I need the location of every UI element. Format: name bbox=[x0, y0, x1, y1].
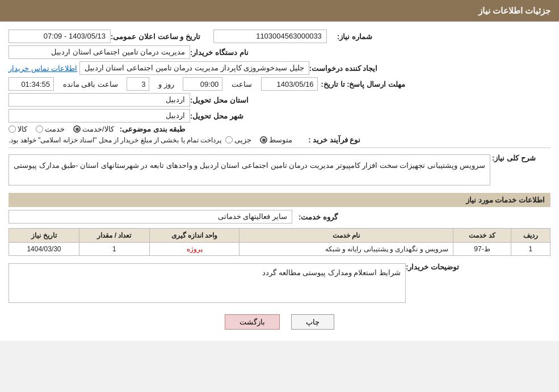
announce-date-label: تاریخ و ساعت اعلان عمومی: bbox=[111, 32, 200, 41]
category-kala-khedmat-item: کالا/خدمت bbox=[73, 125, 114, 133]
purchase-jozii-item: جزیی bbox=[225, 136, 251, 144]
remaining-label: ساعت باقی مانده bbox=[63, 80, 118, 88]
category-kala-khedmat-label: کالا/خدمت bbox=[82, 125, 114, 133]
col-unit: واحد اندازه گیری bbox=[149, 229, 239, 243]
service-group-label: گروه خدمت: bbox=[292, 213, 338, 221]
buttons-row: چاپ بازگشت bbox=[9, 314, 550, 330]
services-section-title: اطلاعات خدمات مورد نیاز bbox=[9, 193, 550, 207]
buyer-org-row: نام دستگاه خریدار: مدیریت درمان تامین اج… bbox=[9, 45, 550, 59]
need-number-row: شماره نیاز: 1103004563000033 تاریخ و ساع… bbox=[9, 29, 550, 43]
purchase-jozii-radio[interactable] bbox=[225, 136, 233, 144]
province-value: اردبیل bbox=[9, 93, 190, 107]
category-row: طبقه بندی موضوعی: کالا/خدمت خدمت کالا bbox=[9, 125, 550, 133]
purchase-type-label: نوع فرآیند خرید : bbox=[298, 136, 360, 144]
col-date: تاریخ نیاز bbox=[9, 229, 79, 243]
response-time-value: 09:00 bbox=[183, 77, 222, 91]
service-group-value: سایر فعالیتهای خدماتی bbox=[9, 210, 292, 224]
service-group-row: گروه خدمت: سایر فعالیتهای خدماتی bbox=[9, 210, 550, 224]
days-value: 3 bbox=[127, 77, 149, 91]
creator-row: ایجاد کننده درخواست: جلیل سیدخوشروزی کاپ… bbox=[9, 61, 550, 75]
col-code: کد خدمت bbox=[453, 229, 511, 243]
category-kala-label: کالا bbox=[18, 125, 27, 133]
response-deadline-label: مهلت ارسال پاسخ: تا تاریخ: bbox=[321, 80, 405, 88]
category-kala-item: کالا bbox=[9, 125, 27, 133]
description-row: شرح کلی نیاز: سرویس وپشتیبانی تجهیزات سخ… bbox=[9, 151, 550, 188]
response-deadline-row: مهلت ارسال پاسخ: تا تاریخ: 1403/05/16 سا… bbox=[9, 77, 550, 91]
col-row: ردیف bbox=[511, 229, 550, 243]
description-value: سرویس وپشتیبانی تجهیزات سخت افزار کامپیو… bbox=[9, 154, 490, 186]
needs-table: ردیف کد خدمت نام خدمت واحد اندازه گیری ت… bbox=[9, 228, 550, 256]
purchase-note: پرداخت تمام یا بخشی از مبلغ خریدار از مح… bbox=[9, 136, 221, 144]
category-kala-radio[interactable] bbox=[9, 125, 16, 133]
print-button[interactable]: چاپ bbox=[291, 314, 334, 330]
description-label: شرح کلی نیاز: bbox=[490, 154, 536, 162]
city-value: اردبیل bbox=[9, 109, 190, 123]
buyer-desc-label: توضیحات خریدار: bbox=[406, 263, 459, 271]
days-label: روز و bbox=[158, 80, 174, 88]
buyer-desc-container: شرایط استعلام ومدارک پیوستی مطالعه گردد bbox=[9, 260, 406, 306]
purchase-motavasset-item: متوسط bbox=[260, 136, 292, 144]
category-kala-khedmat-radio[interactable] bbox=[73, 125, 81, 133]
buyer-org-value: مدیریت درمان تامین اجتماعی استان اردبیل bbox=[9, 45, 190, 59]
category-khedmat-label: خدمت bbox=[45, 125, 65, 133]
page-title: جزئیات اطلاعات نیاز bbox=[478, 6, 550, 15]
response-time-label: ساعت bbox=[232, 80, 252, 88]
province-row: استان محل تحویل: اردبیل bbox=[9, 93, 550, 107]
creator-value: جلیل سیدخوشروزی کاپرداز مدیریت درمان تام… bbox=[79, 61, 309, 75]
table-row: 1ط-97سرویس و نگهداری و پشتیبانی رایانه و… bbox=[9, 243, 550, 256]
col-qty: تعداد / مقدار bbox=[79, 229, 149, 243]
category-khedmat-radio[interactable] bbox=[36, 125, 43, 133]
buyer-desc-value: شرایط استعلام ومدارک پیوستی مطالعه گردد bbox=[9, 263, 406, 303]
need-number-value: 1103004563000033 bbox=[213, 29, 327, 43]
province-label: استان محل تحویل: bbox=[190, 96, 249, 104]
response-date-value: 1403/05/16 bbox=[261, 77, 318, 91]
creator-label: ایجاد کننده درخواست: bbox=[309, 64, 378, 73]
purchase-jozii-label: جزیی bbox=[234, 136, 251, 144]
need-number-label: شماره نیاز: bbox=[327, 32, 372, 41]
back-button[interactable]: بازگشت bbox=[225, 314, 280, 330]
purchase-motavasset-label: متوسط bbox=[269, 136, 292, 144]
announce-date-value: 1403/05/13 - 07:09 bbox=[9, 29, 111, 43]
contact-link[interactable]: اطلاعات تماس خریدار bbox=[9, 64, 77, 73]
col-name: نام خدمت bbox=[239, 229, 453, 243]
buyer-org-label: نام دستگاه خریدار: bbox=[190, 48, 249, 57]
city-row: شهر محل تحویل: اردبیل bbox=[9, 109, 550, 123]
purchase-type-row: نوع فرآیند خرید : متوسط جزیی پرداخت تمام… bbox=[9, 136, 550, 144]
page-header: جزئیات اطلاعات نیاز bbox=[0, 0, 559, 22]
city-label: شهر محل تحویل: bbox=[190, 112, 243, 120]
purchase-motavasset-radio[interactable] bbox=[260, 136, 267, 144]
category-label: طبقه بندی موضوعی: bbox=[120, 125, 186, 133]
purchase-type-radio-group: متوسط جزیی bbox=[225, 136, 292, 144]
category-khedmat-item: خدمت bbox=[36, 125, 65, 133]
category-radio-group: کالا/خدمت خدمت کالا bbox=[9, 125, 114, 133]
remaining-value: 01:34:55 bbox=[9, 77, 54, 91]
buyer-desc-row: توضیحات خریدار: شرایط استعلام ومدارک پیو… bbox=[9, 260, 550, 306]
